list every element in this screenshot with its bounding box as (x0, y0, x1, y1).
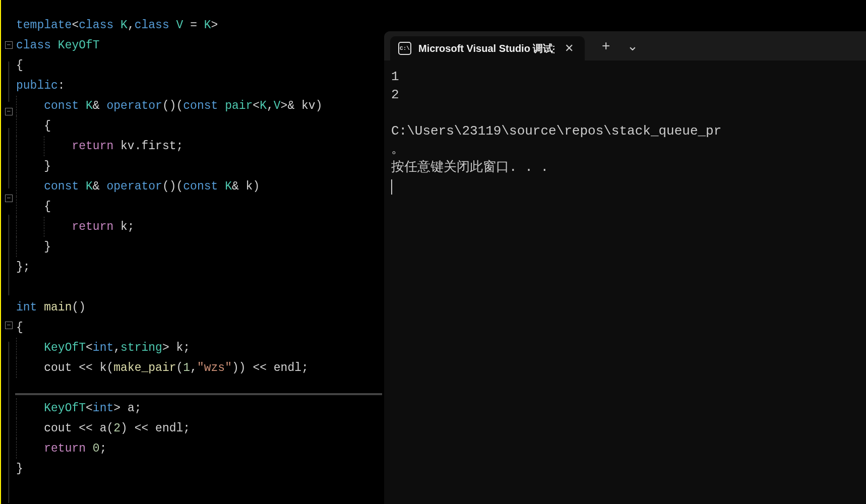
code-line[interactable]: KeyOfT<int> a; (16, 398, 383, 418)
token-op: ; (183, 341, 190, 354)
token-op: > (211, 19, 218, 32)
token-keyword2: return (72, 140, 113, 153)
code-line[interactable]: { (16, 116, 383, 136)
code-line[interactable]: } (16, 459, 383, 479)
code-line[interactable]: public: (16, 76, 383, 96)
token-ident: kv (301, 99, 316, 112)
token-type: K (86, 180, 93, 193)
token-brace: } (16, 462, 23, 475)
code-line[interactable]: int main() (16, 297, 383, 318)
code-line[interactable]: class KeyOfT (16, 35, 383, 55)
fold-toggle[interactable]: − (5, 195, 13, 202)
token-brace: { (16, 321, 23, 334)
close-icon[interactable]: ✕ (562, 42, 577, 55)
code-line[interactable]: return kv.first; (16, 136, 383, 156)
token-type: K (204, 19, 211, 32)
token-type: string (120, 341, 162, 354)
token-op: )) << (232, 361, 274, 374)
token-kw: int (93, 341, 113, 354)
token-op: ) (253, 180, 260, 193)
terminal-line: 2 (391, 86, 859, 104)
token-op: < (86, 402, 93, 415)
token-kw: const (44, 180, 79, 193)
token-op: ; (100, 442, 107, 455)
token-keyword2: return (72, 220, 113, 233)
code-line[interactable]: return k; (16, 217, 383, 237)
code-line[interactable]: { (16, 318, 383, 338)
token-type: K (225, 180, 232, 193)
token-op (79, 99, 86, 112)
code-line[interactable] (16, 378, 383, 398)
token-kw: public (16, 79, 58, 92)
token-num: 1 (183, 361, 190, 374)
token-kw: const (183, 180, 218, 193)
token-op: , (128, 19, 135, 32)
code-line[interactable]: { (16, 55, 383, 76)
code-content[interactable]: template<class K,class V = K>class KeyOf… (16, 0, 383, 504)
code-line[interactable]: const K& operator()(const K& k) (16, 176, 383, 197)
token-fn: main (44, 301, 72, 314)
new-tab-button[interactable]: + (602, 39, 610, 53)
terminal-titlebar: C:\ Microsoft Visual Studio 调试控 ✕ + ⌄ (384, 31, 866, 60)
terminal-cursor (391, 179, 392, 195)
token-op: << (72, 422, 99, 435)
token-op: ; (135, 402, 142, 415)
token-op: > (113, 402, 128, 415)
token-kw: template (16, 19, 72, 32)
code-line[interactable] (16, 277, 383, 297)
token-op: ; (183, 422, 190, 435)
terminal-icon: C:\ (398, 42, 411, 55)
fold-toggle[interactable]: − (5, 322, 13, 329)
token-brace: { (44, 119, 51, 133)
fold-toggle[interactable]: − (5, 41, 13, 49)
terminal-line (391, 104, 859, 122)
token-type: V (274, 99, 281, 112)
code-line[interactable]: KeyOfT<int,string> k; (16, 338, 383, 358)
tab-dropdown-button[interactable]: ⌄ (627, 39, 638, 52)
token-op: ()( (162, 99, 183, 112)
code-line[interactable]: const K& operator()(const pair<K,V>& kv) (16, 96, 383, 116)
token-brace: { (44, 200, 51, 213)
token-op: ( (106, 361, 113, 374)
terminal-line: 。 (391, 140, 859, 158)
token-op: , (113, 341, 120, 354)
token-ident: a (100, 422, 107, 435)
horizontal-scrollbar[interactable] (15, 393, 382, 395)
token-kw: const (44, 99, 79, 112)
token-brace: }; (16, 261, 30, 274)
token-op: k (113, 220, 128, 233)
token-op: ; (128, 220, 135, 233)
code-line[interactable]: template<class K,class V = K> (16, 15, 383, 35)
terminal-line: 1 (391, 68, 859, 86)
token-brace: { (16, 59, 23, 72)
terminal-line: C:\Users\23119\source\repos\stack_queue_… (391, 122, 859, 140)
code-line[interactable]: } (16, 156, 383, 176)
token-ident: endl (274, 361, 301, 374)
token-op: ; (176, 140, 183, 153)
code-line[interactable]: } (16, 237, 383, 257)
debug-console-window: C:\ Microsoft Visual Studio 调试控 ✕ + ⌄ 12… (384, 31, 866, 504)
code-line[interactable]: return 0; (16, 438, 383, 459)
token-ident: cout (44, 422, 72, 435)
fold-toggle[interactable]: − (5, 108, 13, 115)
token-op: ) (316, 99, 323, 112)
code-line[interactable]: cout << a(2) << endl; (16, 418, 383, 438)
code-line[interactable]: }; (16, 257, 383, 277)
token-op: > (162, 341, 176, 354)
token-num: 0 (93, 442, 100, 455)
token-kw: int (93, 402, 113, 415)
titlebar-actions: + ⌄ (585, 39, 638, 53)
terminal-output[interactable]: 12C:\Users\23119\source\repos\stack_queu… (384, 60, 866, 504)
token-ident: endl (155, 422, 183, 435)
code-editor-pane[interactable]: −−−− template<class K,class V = K>class … (0, 0, 383, 504)
terminal-tab[interactable]: C:\ Microsoft Visual Studio 调试控 ✕ (390, 36, 585, 60)
code-line[interactable]: { (16, 197, 383, 217)
token-ident: a (128, 402, 135, 415)
token-op (79, 180, 86, 193)
code-line[interactable]: cout << k(make_pair(1,"wzs")) << endl; (16, 358, 383, 378)
fold-gutter: −−−− (0, 0, 16, 504)
token-ident: k (100, 361, 107, 374)
token-ident: k (176, 341, 183, 354)
token-type: pair (225, 99, 253, 112)
token-op: = (183, 19, 204, 32)
